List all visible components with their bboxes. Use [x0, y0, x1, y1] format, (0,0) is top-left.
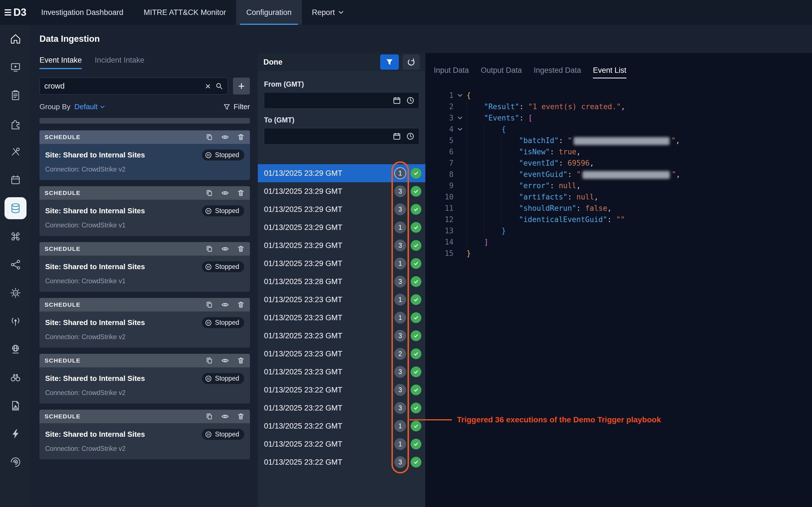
trash-icon[interactable]: [237, 357, 245, 364]
search-icon[interactable]: [215, 82, 223, 90]
tab-event-list[interactable]: Event List: [593, 66, 626, 78]
job-row[interactable]: 01/13/2025 23:29 GMT 3: [258, 182, 425, 200]
copy-icon[interactable]: [205, 301, 213, 308]
tab-event-intake[interactable]: Event Intake: [40, 56, 82, 69]
job-timestamp: 01/13/2025 23:23 GMT: [264, 295, 394, 304]
calendar-icon[interactable]: [393, 97, 401, 104]
schedule-card-body: Site: Shared to Internal Sites Stopped C…: [40, 423, 250, 459]
calendar-icon[interactable]: [393, 132, 401, 140]
sidebar-item-api-settings[interactable]: API: [0, 279, 31, 307]
copy-icon[interactable]: [205, 412, 213, 420]
code-fold-toggle[interactable]: [453, 124, 466, 135]
from-input[interactable]: [264, 92, 419, 109]
sidebar-item-incident-report[interactable]: [0, 81, 31, 109]
success-check-icon: [411, 330, 421, 341]
topnav-item-investigation-dashboard[interactable]: Investigation Dashboard: [31, 0, 133, 25]
success-check-icon: [411, 385, 421, 395]
eye-icon[interactable]: [221, 301, 229, 308]
tab-input-data[interactable]: Input Data: [434, 66, 469, 78]
clock-icon[interactable]: [407, 97, 414, 104]
sidebar-item-event-monitor[interactable]: [0, 53, 31, 81]
schedule-card-type: SCHEDULE: [45, 357, 81, 364]
job-row[interactable]: 01/13/2025 23:22 GMT 3: [258, 381, 425, 399]
sidebar-item-webhooks[interactable]: [0, 307, 31, 335]
sidebar-item-audit-log[interactable]: [0, 392, 31, 420]
eye-icon[interactable]: [221, 357, 229, 364]
sidebar-item-integrations[interactable]: [0, 109, 31, 138]
job-row[interactable]: 01/13/2025 23:23 GMT 1: [258, 291, 425, 308]
tab-incident-intake[interactable]: Incident Intake: [95, 56, 144, 69]
line-number: 10: [434, 191, 453, 203]
search-input[interactable]: [44, 82, 200, 91]
eye-icon[interactable]: [221, 412, 229, 420]
trash-icon[interactable]: [237, 301, 245, 308]
sidebar-item-connections[interactable]: [0, 250, 31, 279]
sidebar-item-data-ingestion[interactable]: [0, 194, 31, 222]
copy-icon[interactable]: [205, 357, 213, 364]
job-row[interactable]: 01/13/2025 23:29 GMT 1: [258, 218, 425, 236]
copy-icon[interactable]: [205, 133, 213, 141]
job-row[interactable]: 01/13/2025 23:29 GMT 3: [258, 200, 425, 218]
topnav-item-configuration[interactable]: Configuration: [236, 0, 302, 25]
to-input[interactable]: [264, 128, 419, 145]
job-row[interactable]: 01/13/2025 23:23 GMT 1: [258, 308, 425, 327]
success-check-icon: [411, 276, 421, 287]
job-row[interactable]: 01/13/2025 23:23 GMT 3: [258, 327, 425, 345]
sidebar-item-utility-tools[interactable]: [0, 138, 31, 166]
group-by-select[interactable]: Default: [74, 102, 105, 111]
line-number: 8: [434, 169, 453, 180]
job-row[interactable]: 01/13/2025 23:29 GMT 1: [258, 255, 425, 273]
copy-icon[interactable]: [205, 245, 213, 253]
refresh-button[interactable]: [403, 54, 420, 70]
fingerprint-icon: [10, 456, 21, 468]
sidebar-item-command-center[interactable]: [0, 222, 31, 250]
fold-gutter: [453, 180, 466, 191]
sidebar-item-fingerprint[interactable]: [0, 448, 31, 476]
schedule-card[interactable]: SCHEDULE Site: Shared to Internal Sites …: [40, 354, 250, 403]
schedule-card[interactable]: SCHEDULE Site: Shared to Internal Sites …: [40, 186, 250, 236]
sidebar-item-schedule[interactable]: [0, 166, 31, 194]
tab-output-data[interactable]: Output Data: [481, 66, 522, 78]
job-row[interactable]: 01/13/2025 23:28 GMT 3: [258, 273, 425, 291]
trash-icon[interactable]: [237, 133, 245, 141]
jobs-filter-button[interactable]: [380, 54, 399, 70]
schedule-card[interactable]: SCHEDULE Site: Shared to Internal Sites …: [40, 130, 250, 180]
sidebar-item-home[interactable]: [0, 25, 31, 53]
job-row[interactable]: 01/13/2025 23:22 GMT 3: [258, 453, 425, 471]
copy-icon[interactable]: [205, 189, 213, 197]
job-row[interactable]: 01/13/2025 23:22 GMT 3: [258, 399, 425, 417]
tab-ingested-data[interactable]: Ingested Data: [534, 66, 581, 78]
job-row[interactable]: 01/13/2025 23:22 GMT 1: [258, 417, 425, 435]
sidebar-item-investigation-search[interactable]: [0, 363, 31, 392]
event-monitor-icon: [10, 61, 21, 73]
sidebar-item-automation[interactable]: [0, 420, 31, 448]
job-row[interactable]: 01/13/2025 23:29 GMT 3: [258, 236, 425, 255]
clear-search-icon[interactable]: ×: [205, 81, 211, 91]
add-intake-button[interactable]: +: [233, 77, 250, 95]
schedule-card[interactable]: SCHEDULE Site: Shared to Internal Sites …: [40, 298, 250, 348]
code-fold-toggle[interactable]: [453, 112, 466, 124]
topnav-item-report[interactable]: Report: [302, 0, 354, 25]
eye-icon[interactable]: [221, 133, 229, 141]
code-fold-toggle[interactable]: [453, 90, 466, 101]
schedule-card[interactable]: SCHEDULE Site: Shared to Internal Sites …: [40, 242, 250, 292]
topnav-item-mitre-attack-monitor[interactable]: MITRE ATT&CK Monitor: [133, 0, 236, 25]
trash-icon[interactable]: [237, 245, 245, 253]
d3-logo[interactable]: D3: [0, 0, 31, 25]
schedule-card[interactable]: SCHEDULE Site: Shared to Internal Sites …: [40, 410, 250, 459]
eye-icon[interactable]: [221, 189, 229, 197]
clock-icon[interactable]: [407, 132, 414, 140]
horizontal-scrollbar[interactable]: [40, 118, 250, 124]
job-row[interactable]: 01/13/2025 23:29 GMT 1: [258, 164, 425, 182]
job-row[interactable]: 01/13/2025 23:22 GMT 1: [258, 435, 425, 453]
sidebar-item-sites[interactable]: [0, 335, 31, 363]
job-row[interactable]: 01/13/2025 23:23 GMT 2: [258, 345, 425, 363]
filter-button[interactable]: Filter: [224, 102, 250, 111]
schedule-title: Site: Shared to Internal Sites: [45, 263, 145, 271]
schedule-title: Site: Shared to Internal Sites: [45, 374, 145, 383]
job-timestamp: 01/13/2025 23:23 GMT: [264, 314, 394, 322]
trash-icon[interactable]: [237, 412, 245, 420]
eye-icon[interactable]: [221, 245, 229, 253]
job-row[interactable]: 01/13/2025 23:23 GMT 3: [258, 363, 425, 381]
trash-icon[interactable]: [237, 189, 245, 197]
